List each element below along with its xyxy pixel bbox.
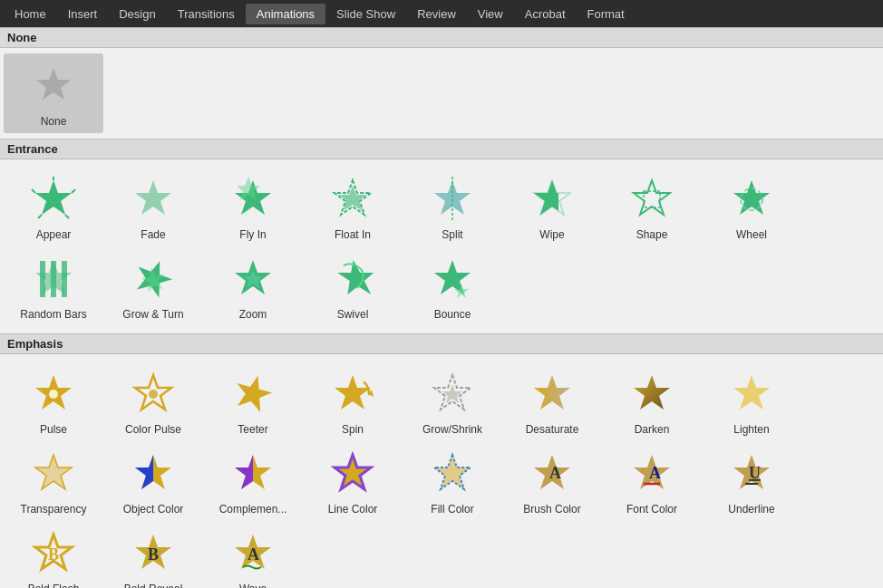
wave-icon: A	[226, 526, 280, 581]
anim-flyin[interactable]: Fly In	[203, 167, 303, 246]
brushcolor-icon: A	[525, 447, 579, 501]
growshrink-icon	[425, 367, 480, 421]
anim-fillcolor[interactable]: Fill Color	[403, 441, 502, 521]
fontcolor-icon: A	[625, 447, 679, 501]
anim-zoom[interactable]: Zoom	[203, 246, 303, 326]
floatin-label: Float In	[335, 228, 371, 241]
fillcolor-label: Fill Color	[431, 503, 473, 516]
linecolor-icon	[325, 447, 380, 501]
spin-icon	[325, 367, 380, 421]
anim-shape[interactable]: Shape	[602, 167, 702, 246]
menu-slideshow[interactable]: Slide Show	[325, 4, 406, 24]
menu-view[interactable]: View	[467, 4, 514, 24]
none-icon	[26, 59, 81, 113]
anim-teeter[interactable]: Teeter	[203, 361, 303, 441]
menu-animations[interactable]: Animations	[246, 4, 325, 24]
swivel-icon	[325, 252, 380, 306]
anim-desaturate[interactable]: Desaturate	[502, 361, 602, 441]
anim-growshrink[interactable]: Grow/Shrink	[403, 361, 502, 441]
fade-icon	[126, 172, 180, 227]
underline-label: Underline	[728, 503, 774, 516]
anim-growturn[interactable]: Grow & Turn	[103, 246, 203, 326]
spin-label: Spin	[342, 423, 364, 436]
anim-pulse[interactable]: Pulse	[4, 361, 103, 441]
anim-none[interactable]: None	[4, 53, 103, 133]
growturn-icon	[126, 252, 180, 306]
menu-design[interactable]: Design	[108, 4, 166, 24]
anim-brushcolor[interactable]: A Brush Color	[502, 441, 602, 521]
menu-review[interactable]: Review	[406, 4, 467, 24]
swivel-label: Swivel	[337, 308, 369, 321]
anim-swivel[interactable]: Swivel	[303, 246, 403, 326]
fade-label: Fade	[141, 228, 165, 241]
svg-marker-7	[135, 180, 171, 215]
anim-darken[interactable]: Darken	[602, 361, 702, 441]
svg-text:A: A	[649, 464, 661, 482]
anim-fontcolor[interactable]: A Font Color	[602, 441, 702, 521]
section-none-header: None	[0, 27, 883, 48]
menu-insert[interactable]: Insert	[57, 4, 109, 24]
svg-text:U: U	[749, 464, 761, 482]
fillcolor-icon	[425, 447, 480, 501]
anim-underline[interactable]: U Underline	[702, 441, 801, 521]
shape-label: Shape	[636, 228, 668, 241]
svg-marker-42	[634, 375, 670, 410]
anim-lighten[interactable]: Lighten	[702, 361, 801, 441]
anim-transparency[interactable]: Transparency	[4, 441, 103, 521]
zoom-label: Zoom	[239, 308, 267, 321]
objectcolor-label: Object Color	[123, 503, 184, 516]
bounce-label: Bounce	[434, 308, 471, 321]
svg-marker-50	[235, 455, 271, 489]
wipe-label: Wipe	[539, 228, 564, 241]
linecolor-label: Line Color	[328, 503, 378, 516]
colorpulse-label: Color Pulse	[125, 423, 181, 436]
menu-format[interactable]: Format	[577, 4, 636, 24]
svg-marker-1	[35, 180, 72, 215]
appear-label: Appear	[36, 228, 72, 241]
anim-boldflash[interactable]: B Bold Flash	[4, 521, 103, 588]
boldflash-label: Bold Flash	[28, 583, 80, 588]
svg-marker-41	[534, 375, 570, 410]
menu-acrobat[interactable]: Acrobat	[514, 4, 577, 24]
anim-wave[interactable]: A Wave	[203, 521, 303, 588]
anim-fade[interactable]: Fade	[103, 167, 203, 246]
section-emphasis-content: Pulse Color Pulse Teeter	[0, 354, 883, 588]
svg-marker-17	[634, 180, 670, 215]
zoom-icon	[226, 252, 280, 306]
svg-rect-23	[51, 261, 56, 297]
svg-line-5	[38, 215, 42, 218]
menu-home[interactable]: Home	[4, 4, 57, 24]
svg-marker-37	[335, 375, 371, 410]
anim-spin[interactable]: Spin	[303, 361, 403, 441]
anim-boldreveal[interactable]: B Bold Reveal	[103, 521, 203, 588]
anim-floatin[interactable]: Float In	[303, 167, 403, 246]
svg-line-4	[65, 215, 69, 218]
svg-line-3	[72, 189, 75, 193]
floatin-icon	[325, 172, 380, 227]
anim-wheel[interactable]: Wheel	[702, 167, 801, 246]
wave-label: Wave	[239, 583, 267, 588]
menu-transitions[interactable]: Transitions	[167, 4, 246, 24]
boldreveal-icon: B	[126, 526, 180, 581]
svg-point-35	[149, 390, 158, 399]
lighten-icon	[724, 367, 779, 421]
teeter-icon	[226, 367, 280, 421]
anim-appear[interactable]: Appear	[4, 167, 103, 246]
anim-randombars[interactable]: Random Bars	[4, 246, 103, 326]
anim-bounce[interactable]: Bounce	[403, 246, 502, 326]
anim-split[interactable]: Split	[403, 167, 502, 246]
anim-colorpulse[interactable]: Color Pulse	[103, 361, 203, 441]
fontcolor-label: Font Color	[626, 503, 677, 516]
underline-icon: U	[724, 447, 779, 501]
anim-wipe[interactable]: Wipe	[502, 167, 602, 246]
menubar: Home Insert Design Transitions Animation…	[0, 0, 883, 27]
randombars-icon	[26, 252, 81, 306]
section-emphasis-header: Emphasis	[0, 333, 883, 354]
colorpulse-icon	[126, 367, 180, 421]
anim-objectcolor[interactable]: Object Color	[103, 441, 203, 521]
bounce-icon	[425, 252, 480, 306]
svg-text:B: B	[48, 545, 59, 564]
anim-complementary[interactable]: Complemen...	[203, 441, 303, 521]
brushcolor-label: Brush Color	[523, 503, 580, 516]
anim-linecolor[interactable]: Line Color	[303, 441, 403, 521]
